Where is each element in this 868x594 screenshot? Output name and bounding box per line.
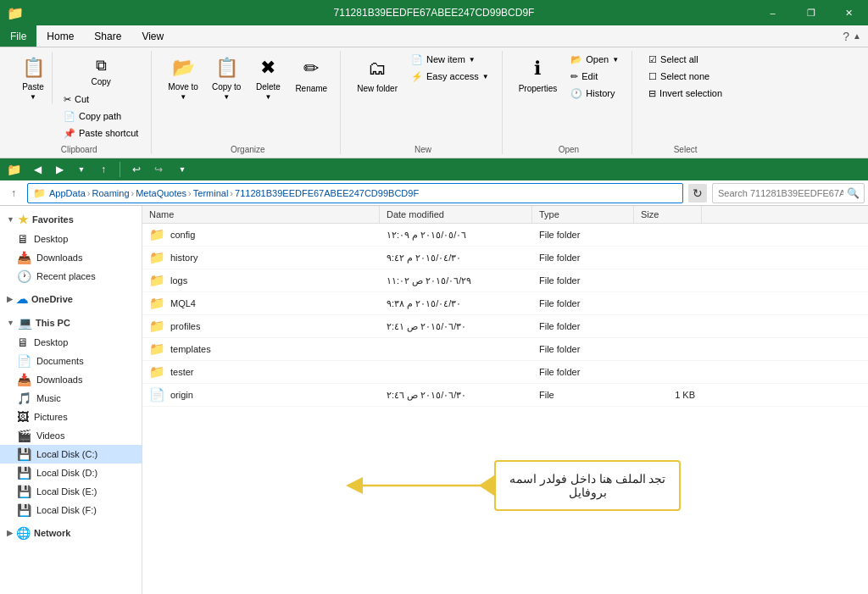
easy-access-button[interactable]: ⚡ Easy access ▼ xyxy=(405,68,495,85)
new-item-button[interactable]: 📄 New item ▼ xyxy=(405,51,495,68)
downloads-pc-icon: 📥 xyxy=(17,373,31,386)
col-header-type[interactable]: Type xyxy=(532,206,634,223)
sidebar-network-header[interactable]: ▶ 🌐 Network xyxy=(0,523,142,543)
col-header-date[interactable]: Date modified xyxy=(380,206,532,223)
paste-shortcut-icon: 📌 xyxy=(64,128,75,139)
copy-to-dropdown: ▼ xyxy=(223,93,230,101)
path-root-icon: 📁 xyxy=(33,187,46,199)
path-crumb-roaming[interactable]: Roaming xyxy=(92,188,129,198)
copy-to-icon: 📋 xyxy=(213,55,240,80)
file-row[interactable]: 📁 profiles ٢٠١٥/٠٦/٣٠ ص ٢:٤١ File folder xyxy=(142,315,868,338)
sidebar-item-downloads-fav[interactable]: 📥 Downloads xyxy=(0,248,142,267)
restore-button[interactable]: ❐ xyxy=(792,0,830,25)
help-icon[interactable]: ? xyxy=(843,30,849,43)
path-crumb-metaquotes[interactable]: MetaQuotes xyxy=(136,188,186,198)
minimize-button[interactable]: – xyxy=(754,0,792,25)
clipboard-label: Clipboard xyxy=(14,142,144,154)
path-crumb-appdata[interactable]: AppData xyxy=(49,188,86,198)
file-row[interactable]: 📁 MQL4 ٢٠١٥/٠٤/٣٠ م ٩:٣٨ File folder xyxy=(142,292,868,315)
file-row[interactable]: 📁 history ٢٠١٥/٠٤/٣٠ م ٩:٤٢ File folder xyxy=(142,247,868,269)
copy-to-button[interactable]: 📋 Copy to ▼ xyxy=(206,51,247,105)
rename-icon: ✏ xyxy=(298,55,325,82)
select-all-button[interactable]: ☑ Select all xyxy=(643,51,728,68)
up-button[interactable]: ↑ xyxy=(94,160,113,179)
undo-button[interactable]: ↩ xyxy=(127,160,146,179)
sidebar-item-music[interactable]: 🎵 Music xyxy=(0,389,142,408)
title-bar: 📁 711281B39EEDFE67ABEE247CD99BCD9F – ❐ ✕ xyxy=(0,0,868,25)
callout-line2: بروفايل xyxy=(509,486,665,499)
menu-view[interactable]: View xyxy=(131,25,174,47)
new-folder-button[interactable]: 🗂 New folder xyxy=(351,51,403,105)
sidebar-item-locald[interactable]: 💾 Local Disk (D:) xyxy=(0,464,142,482)
menu-home[interactable]: Home xyxy=(36,25,84,47)
back-button[interactable]: ◀ xyxy=(28,160,47,179)
sidebar-item-recent[interactable]: 🕐 Recent places xyxy=(0,267,142,286)
sidebar-onedrive-header[interactable]: ▶ ☁ OneDrive xyxy=(0,289,142,309)
file-type-3: File folder xyxy=(532,297,634,310)
file-name-2: logs xyxy=(170,275,187,286)
file-row[interactable]: 📁 config ٢٠١٥/٠٥/٠٦ م ١٢:٠٩ File folder xyxy=(142,224,868,247)
file-row[interactable]: 📄 origin ٢٠١٥/٠٦/٣٠ ص ٢:٤٦ File 1 KB xyxy=(142,384,868,407)
new-folder-label: New folder xyxy=(357,84,398,93)
file-row[interactable]: 📁 logs ٢٠١٥/٠٦/٢٩ ص ١١:٠٢ File folder xyxy=(142,269,868,292)
qa-dropdown[interactable]: ▼ xyxy=(173,160,192,179)
arrow-overlay xyxy=(346,469,498,502)
address-path[interactable]: 📁 AppData › Roaming › MetaQuotes › Termi… xyxy=(27,183,683,203)
sidebar-item-desktop-pc[interactable]: 🖥 Desktop xyxy=(0,333,142,352)
localc-label: Local Disk (C:) xyxy=(36,449,97,459)
edit-button[interactable]: ✏ Edit xyxy=(565,68,625,85)
file-date-7: ٢٠١٥/٠٦/٣٠ ص ٢:٤٦ xyxy=(380,388,532,402)
path-crumb-terminal[interactable]: Terminal xyxy=(193,188,229,198)
forward-button[interactable]: ▶ xyxy=(50,160,69,179)
open-button[interactable]: 📂 Open ▼ xyxy=(565,51,625,68)
close-button[interactable]: ✕ xyxy=(830,0,868,25)
col-header-size[interactable]: Size xyxy=(634,206,702,223)
thispc-icon: 💻 xyxy=(18,316,32,330)
menu-file[interactable]: File xyxy=(0,25,36,47)
rename-button[interactable]: ✏ Rename xyxy=(289,51,333,105)
menu-share[interactable]: Share xyxy=(84,25,131,47)
sidebar-item-pictures[interactable]: 🖼 Pictures xyxy=(0,408,142,426)
sidebar-item-desktop-fav[interactable]: 🖥 Desktop xyxy=(0,230,142,248)
sidebar-favorites-header[interactable]: ▼ ★ Favorites xyxy=(0,209,142,230)
sidebar-item-localc[interactable]: 💾 Local Disk (C:) xyxy=(0,445,142,464)
copy-button[interactable]: ⧉ Copy xyxy=(58,51,144,91)
path-crumb-hash[interactable]: 711281B39EEDFE67ABEE247CD99BCD9F xyxy=(235,188,419,198)
music-icon: 🎵 xyxy=(17,391,31,405)
col-header-name[interactable]: Name xyxy=(142,206,380,223)
paste-shortcut-button[interactable]: 📌 Paste shortcut xyxy=(58,125,144,142)
delete-button[interactable]: ✖ Delete ▼ xyxy=(248,51,287,105)
sidebar-item-videos[interactable]: 🎬 Videos xyxy=(0,426,142,445)
main-area: ▼ ★ Favorites 🖥 Desktop 📥 Downloads 🕐 Re… xyxy=(0,206,868,594)
copy-path-button[interactable]: 📄 Copy path xyxy=(58,108,144,125)
history-button[interactable]: 🕐 History xyxy=(565,85,625,102)
sidebar-item-localf[interactable]: 💾 Local Disk (F:) xyxy=(0,501,142,519)
up-nav-button[interactable]: ↑ xyxy=(3,183,24,203)
ribbon: 📋 Paste ▼ ⧉ Copy ✂ Cut 📄 Copy path xyxy=(0,47,868,158)
copy-to-label: Copy to xyxy=(212,82,241,92)
cut-button[interactable]: ✂ Cut xyxy=(58,91,144,108)
properties-button[interactable]: ℹ Properties xyxy=(513,51,564,105)
favorites-label: Favorites xyxy=(32,214,74,225)
file-date-4: ٢٠١٥/٠٦/٣٠ ص ٢:٤١ xyxy=(380,319,532,334)
organize-label: Organize xyxy=(162,142,333,154)
file-row[interactable]: 📁 tester File folder xyxy=(142,361,868,384)
ribbon-collapse-icon[interactable]: ▲ xyxy=(853,31,861,41)
sidebar-thispc-header[interactable]: ▼ 💻 This PC xyxy=(0,313,142,333)
sidebar-item-locale[interactable]: 💾 Local Disk (E:) xyxy=(0,482,142,501)
new-item-icon: 📄 xyxy=(411,54,423,65)
redo-button[interactable]: ↪ xyxy=(149,160,168,179)
search-input[interactable] xyxy=(712,183,865,203)
copy-label: Copy xyxy=(91,77,110,86)
sidebar-item-documents[interactable]: 📄 Documents xyxy=(0,352,142,370)
refresh-button[interactable]: ↻ xyxy=(688,184,707,203)
select-none-button[interactable]: ☐ Select none xyxy=(643,68,728,85)
file-row[interactable]: 📁 templates File folder xyxy=(142,338,868,361)
move-to-button[interactable]: 📂 Move to ▼ xyxy=(162,51,204,105)
col-name-label: Name xyxy=(149,209,174,219)
paste-button[interactable]: 📋 Paste ▼ xyxy=(14,51,53,105)
file-type-6: File folder xyxy=(532,365,634,379)
sidebar-item-downloads-pc[interactable]: 📥 Downloads xyxy=(0,370,142,389)
invert-selection-button[interactable]: ⊟ Invert selection xyxy=(643,85,728,102)
recent-locations-button[interactable]: ▼ xyxy=(72,160,91,179)
